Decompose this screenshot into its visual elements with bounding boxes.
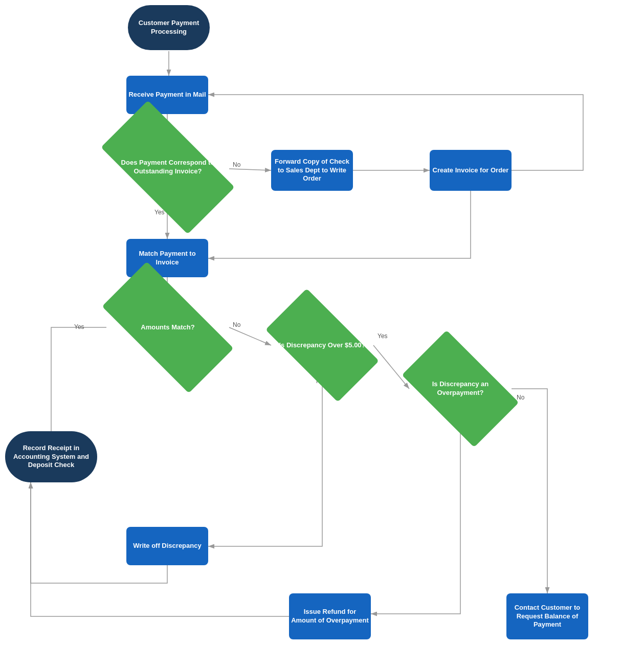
record-receipt-node: Record Receipt in Accounting System and … [5, 431, 97, 482]
receive-payment-node: Receive Payment in Mail [126, 76, 208, 114]
svg-line-3 [229, 169, 271, 170]
contact-customer-node: Contact Customer to Request Balance of P… [506, 593, 588, 639]
forward-copy-node: Forward Copy of Check to Sales Dept to W… [271, 150, 353, 191]
amounts-match-node: Amounts Match? [106, 296, 229, 359]
start-node: Customer Payment Processing [128, 5, 210, 50]
label-no1: No [233, 161, 240, 168]
forward-copy-label: Forward Copy of Check to Sales Dept to W… [271, 156, 353, 186]
start-label: Customer Payment Processing [128, 17, 210, 38]
label-yes2: Yes [74, 323, 84, 330]
label-no4: No [517, 394, 524, 401]
discrepancy-overpayment-label: Is Discrepancy an Overpayment? [409, 378, 512, 399]
contact-customer-label: Contact Customer to Request Balance of P… [506, 602, 588, 632]
create-invoice-node: Create Invoice for Order [430, 150, 512, 191]
discrepancy-over-label: Is Discrepancy Over $5.00? [277, 339, 367, 352]
discrepancy-overpayment-node: Is Discrepancy an Overpayment? [409, 357, 512, 420]
does-payment-correspond-label: Does Payment Correspond to Outstanding I… [106, 157, 229, 178]
match-payment-label: Match Payment to Invoice [126, 248, 208, 269]
write-off-node: Write off Discrepancy [126, 527, 208, 565]
record-receipt-label: Record Receipt in Accounting System and … [5, 442, 97, 472]
issue-refund-label: Issue Refund for Amount of Overpayment [289, 606, 371, 627]
amounts-match-label: Amounts Match? [139, 321, 196, 334]
svg-line-8 [373, 345, 409, 389]
label-yes3: Yes [377, 332, 388, 340]
write-off-label: Write off Discrepancy [131, 540, 203, 552]
label-no2: No [233, 321, 240, 328]
flowchart: No Yes Yes No Yes No Yes No Customer Pay… [0, 0, 644, 666]
discrepancy-over-node: Is Discrepancy Over $5.00? [271, 316, 373, 374]
receive-payment-label: Receive Payment in Mail [126, 88, 208, 101]
issue-refund-node: Issue Refund for Amount of Overpayment [289, 593, 371, 639]
create-invoice-label: Create Invoice for Order [431, 164, 511, 177]
does-payment-correspond-node: Does Payment Correspond to Outstanding I… [106, 134, 229, 201]
svg-line-7 [229, 327, 271, 345]
